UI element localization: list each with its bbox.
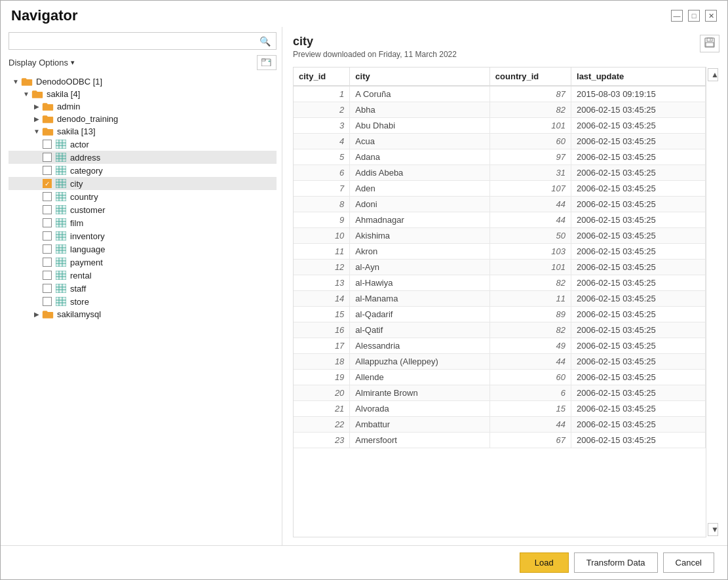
tree-item-city[interactable]: ✓ city [9, 177, 277, 190]
minimize-button[interactable]: — [671, 10, 683, 22]
transform-data-button[interactable]: Transform Data [574, 552, 658, 573]
cell-city-id: 17 [294, 338, 350, 354]
table-row: 3Abu Dhabi1012006-02-15 03:45:25 [294, 118, 706, 134]
tree-item-country[interactable]: country [9, 190, 277, 203]
checkbox-category[interactable] [43, 166, 52, 175]
scroll-down-button[interactable]: ▼ [708, 523, 718, 536]
cell-city: Abha [350, 102, 489, 118]
tree-item-category[interactable]: category [9, 164, 277, 177]
svg-rect-63 [56, 271, 66, 280]
window-title: Navigator [11, 7, 77, 24]
svg-rect-83 [706, 43, 714, 47]
chevron-down-icon: ▼ [11, 78, 20, 85]
checkbox-payment[interactable] [43, 258, 52, 267]
checkbox-customer[interactable] [43, 205, 52, 214]
tree-label-rental: rental [70, 271, 92, 280]
load-button[interactable]: Load [520, 552, 569, 573]
checkbox-rental[interactable] [43, 271, 52, 280]
maximize-button[interactable]: □ [688, 10, 700, 22]
tree-item-sakila13[interactable]: ▼ sakila [13] [9, 125, 277, 138]
checkbox-city[interactable]: ✓ [43, 179, 52, 188]
display-options-bar: Display Options ▾ + [9, 55, 277, 70]
cell-last-update: 2006-02-15 03:45:25 [571, 291, 706, 307]
checkbox-store[interactable] [43, 297, 52, 306]
tree-label-staff: staff [70, 284, 86, 294]
tree-item-denodo-training[interactable]: ▶ denodo_training [9, 113, 277, 125]
cell-city: al-Qatif [350, 322, 489, 338]
scroll-up-button[interactable]: ▲ [708, 68, 718, 81]
checkbox-address[interactable] [43, 153, 52, 162]
preview-subtitle: Preview downloaded on Friday, 11 March 2… [293, 50, 457, 59]
checkbox-staff[interactable] [43, 284, 52, 293]
cell-city-id: 21 [294, 401, 350, 417]
cell-last-update: 2006-02-15 03:45:25 [571, 181, 706, 197]
table-scroll[interactable]: city_id city country_id last_update 1A C… [293, 67, 706, 537]
chevron-right-icon: ▶ [32, 311, 41, 318]
tree-item-payment[interactable]: payment [9, 256, 277, 269]
save-file-icon[interactable] [700, 35, 719, 52]
checkbox-country[interactable] [43, 192, 52, 201]
add-table-icon[interactable]: + [257, 55, 277, 70]
window-controls: — □ ✕ [671, 10, 717, 22]
cell-city: Alessandria [350, 338, 489, 354]
svg-rect-9 [56, 153, 66, 162]
tree-label-category: category [70, 166, 103, 176]
folder-icon [41, 115, 54, 124]
cell-city-id: 9 [294, 212, 350, 228]
tree-label-sakilamysql: sakilamysql [57, 309, 101, 319]
tree-item-staff[interactable]: staff [9, 282, 277, 295]
svg-rect-45 [56, 231, 66, 241]
col-last-update: last_update [571, 68, 706, 86]
cell-country-id: 82 [489, 275, 571, 291]
tree-item-customer[interactable]: customer [9, 203, 277, 216]
tree-label-denodoodbc: DenodoODBC [1] [36, 77, 102, 87]
tree-item-inventory[interactable]: inventory [9, 229, 277, 242]
folder-icon [41, 127, 54, 136]
checkbox-film[interactable] [43, 218, 52, 227]
tree-item-sakilamysql[interactable]: ▶ sakilamysql [9, 308, 277, 320]
cell-country-id: 101 [489, 260, 571, 275]
cell-last-update: 2006-02-15 03:45:25 [571, 149, 706, 165]
cell-city: Allende [350, 370, 489, 385]
search-icon[interactable]: 🔍 [254, 33, 276, 49]
tree-item-admin[interactable]: ▶ admin [9, 100, 277, 113]
tree-item-store[interactable]: store [9, 295, 277, 308]
tree-item-rental[interactable]: rental [9, 269, 277, 282]
cell-city: Akishima [350, 228, 489, 244]
table-row: 10Akishima502006-02-15 03:45:25 [294, 228, 706, 244]
table-row: 16al-Qatif822006-02-15 03:45:25 [294, 322, 706, 338]
checkbox-language[interactable] [43, 244, 52, 254]
col-city-id: city_id [294, 68, 350, 86]
tree-item-address[interactable]: address [9, 151, 277, 164]
svg-rect-1 [261, 59, 265, 61]
checkbox-inventory[interactable] [43, 231, 52, 241]
tree-item-actor[interactable]: actor [9, 138, 277, 151]
search-input[interactable] [9, 33, 254, 49]
table-row: 15al-Qadarif892006-02-15 03:45:25 [294, 307, 706, 322]
cell-country-id: 82 [489, 322, 571, 338]
cell-last-update: 2006-02-15 03:45:25 [571, 244, 706, 260]
cell-city: Ambattur [350, 417, 489, 433]
col-country-id: country_id [489, 68, 571, 86]
cell-city-id: 15 [294, 307, 350, 322]
tree-item-language[interactable]: language [9, 242, 277, 256]
checkbox-actor[interactable] [43, 140, 52, 149]
navigator-window: Navigator — □ ✕ 🔍 Display Options ▾ [0, 0, 728, 580]
tree-label-address: address [70, 153, 100, 163]
scroll-controls: ▲ ▼ [706, 67, 719, 537]
cell-last-update: 2006-02-15 03:45:25 [571, 165, 706, 181]
svg-rect-27 [56, 192, 66, 201]
svg-rect-57 [56, 258, 66, 267]
bottom-bar: Load Transform Data Cancel [1, 545, 727, 579]
cell-country-id: 49 [489, 338, 571, 354]
display-options-button[interactable]: Display Options ▾ [9, 58, 75, 68]
svg-rect-15 [56, 166, 66, 175]
cell-city: Adana [350, 149, 489, 165]
tree-item-sakila[interactable]: ▼ sakila [4] [9, 88, 277, 100]
cell-country-id: 11 [489, 291, 571, 307]
tree-item-film[interactable]: film [9, 216, 277, 229]
cancel-button[interactable]: Cancel [663, 552, 714, 573]
tree-item-denodoodbc[interactable]: ▼ DenodoODBC [1] [9, 75, 277, 88]
close-button[interactable]: ✕ [705, 10, 717, 22]
cell-city-id: 1 [294, 86, 350, 102]
